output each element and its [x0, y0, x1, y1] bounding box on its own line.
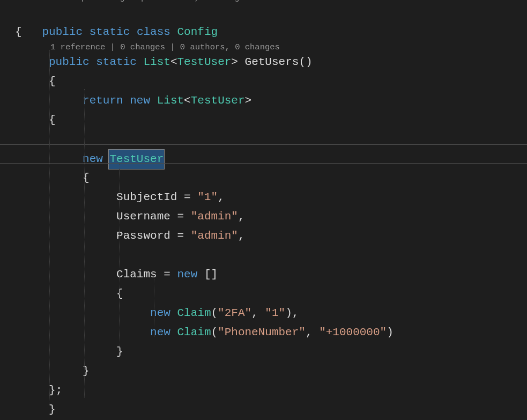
selection: TestUser — [108, 149, 165, 170]
brace-close: } — [83, 365, 90, 377]
code-line-current[interactable]: new TestUser — [15, 149, 527, 168]
keyword-public: public — [49, 56, 90, 68]
type-claim: Claim — [177, 326, 211, 338]
indent-guide — [84, 89, 85, 398]
codelens-inner[interactable]: 1 reference | 0 changes | 0 authors, 0 c… — [15, 42, 527, 53]
code-line[interactable]: new Claim("2FA", "1"), — [15, 304, 527, 323]
current-line-border-top — [0, 144, 527, 145]
code-line[interactable]: public static class Config — [15, 3, 527, 23]
type-list: List — [157, 94, 184, 107]
code-line[interactable]: Password = "admin", — [15, 226, 527, 246]
method-getusers: GetUsers — [245, 56, 299, 68]
code-line[interactable]: { — [15, 284, 527, 304]
code-line[interactable]: Username = "admin", — [15, 207, 527, 226]
code-line[interactable]: } — [15, 362, 527, 381]
string-literal: "1" — [265, 307, 285, 319]
brace-open: { — [15, 26, 22, 38]
code-line[interactable] — [15, 246, 527, 265]
indent-guide — [119, 164, 120, 357]
keyword-new: new — [150, 326, 170, 338]
keyword-new: new — [150, 307, 170, 319]
prop-subjectid: SubjectId — [116, 191, 177, 203]
string-literal: "PhoneNumber" — [218, 326, 306, 338]
code-line[interactable]: }; — [15, 381, 527, 400]
string-literal: "admin" — [191, 230, 238, 242]
code-line[interactable]: } — [15, 342, 527, 362]
keyword-static: static — [96, 56, 137, 68]
keyword-new: new — [177, 268, 197, 281]
string-literal: "1" — [197, 191, 218, 203]
brace-open: { — [116, 288, 123, 300]
keyword-new: new — [130, 94, 150, 107]
code-line[interactable] — [15, 130, 527, 149]
code-line[interactable]: public static List<TestUser> GetUsers() — [15, 53, 527, 72]
code-line[interactable]: SubjectId = "1", — [15, 188, 527, 207]
string-literal: "admin" — [191, 210, 238, 223]
type-testuser: TestUser — [177, 56, 232, 68]
code-line[interactable]: Claims = new [] — [15, 265, 527, 284]
prop-username: Username — [116, 210, 170, 223]
indent-guide — [49, 50, 50, 404]
string-literal: "+1000000" — [319, 326, 387, 338]
code-line[interactable]: return new List<TestUser> — [15, 91, 527, 110]
indent-guide — [154, 279, 154, 337]
code-line[interactable]: { — [15, 168, 527, 188]
keyword-return: return — [83, 94, 123, 107]
prop-password: Password — [116, 230, 170, 242]
brace-close: } — [49, 403, 56, 416]
array-brackets: [] — [204, 268, 218, 281]
code-line[interactable]: { — [15, 23, 527, 42]
code-line[interactable]: } — [15, 400, 527, 419]
code-line[interactable]: new Claim("PhoneNumber", "+1000000") — [15, 323, 527, 342]
brace-open: { — [83, 172, 90, 184]
current-line-border-bottom — [0, 163, 527, 164]
string-literal: "2FA" — [218, 307, 251, 319]
brace-close: } — [116, 345, 123, 358]
code-editor[interactable]: 5 references | 0 changes | 0 authors, 0 … — [0, 0, 527, 412]
type-testuser: TestUser — [191, 94, 245, 107]
code-line[interactable]: { — [15, 110, 527, 130]
type-claim: Claim — [177, 307, 211, 319]
prop-claims: Claims — [116, 268, 157, 281]
code-line[interactable]: { — [15, 72, 527, 91]
type-list: List — [143, 56, 170, 68]
